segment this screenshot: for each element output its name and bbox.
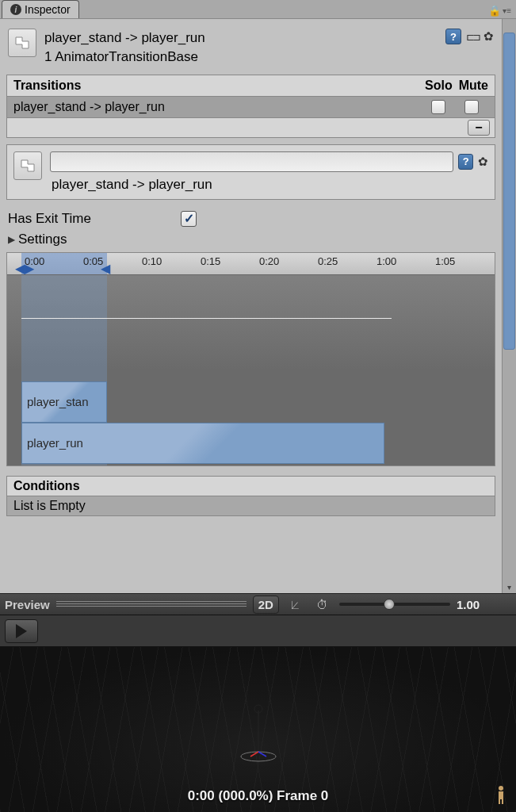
svg-point-0 <box>241 752 276 761</box>
svg-rect-7 <box>499 799 500 804</box>
transition-header: player_stand -> player_run 1 AnimatorTra… <box>6 25 495 75</box>
slider-knob[interactable] <box>384 599 395 610</box>
preview-scrubber[interactable] <box>56 601 247 607</box>
gear-icon-small[interactable]: ✿ <box>478 155 488 169</box>
selected-transition-panel: ? ✿ player_stand -> player_run <box>6 144 495 200</box>
preset-icon[interactable]: ⊏⊐ <box>466 31 479 43</box>
preview-viewport[interactable]: 0:00 (000.0%) Frame 0 <box>0 647 516 812</box>
foldout-arrow-icon: ▶ <box>8 234 15 245</box>
remove-transition-button[interactable]: − <box>468 120 490 136</box>
help-icon-small[interactable]: ? <box>458 154 473 170</box>
conditions-header: Conditions <box>7 477 495 496</box>
vertical-scrollbar[interactable]: ▾ <box>502 19 516 593</box>
inspector-tab[interactable]: i Inspector <box>2 0 79 18</box>
conditions-panel: Conditions List is Empty <box>6 476 495 516</box>
info-icon: i <box>10 4 21 15</box>
transition-name-input[interactable] <box>50 151 453 172</box>
preview-label: Preview <box>5 598 50 611</box>
svg-point-5 <box>499 786 503 791</box>
transition-list-item[interactable]: player_stand -> player_run <box>7 97 495 117</box>
ruler-tick: 0:25 <box>318 255 338 267</box>
ruler-tick: 0:15 <box>201 255 220 267</box>
timeline-ruler[interactable]: ◀▶ ◀ 0:00 0:05 0:10 0:15 0:20 0:25 1:00 … <box>7 253 495 275</box>
has-exit-time-row: Has Exit Time ✓ <box>6 208 495 230</box>
settings-label: Settings <box>18 232 67 247</box>
conditions-empty-label: List is Empty <box>7 496 495 515</box>
transition-type-icon <box>8 29 36 57</box>
destination-clip[interactable]: player_run <box>21 423 384 464</box>
transition-timeline[interactable]: ◀▶ ◀ 0:00 0:05 0:10 0:15 0:20 0:25 1:00 … <box>6 252 495 466</box>
transition-subtitle: 1 AnimatorTransitionBase <box>44 48 438 67</box>
pivot-icon[interactable]: ⟀ <box>285 596 306 612</box>
preview-speed-value: 1.00 <box>457 598 480 611</box>
settings-gear-icon[interactable]: ✿ <box>484 29 494 44</box>
speed-icon[interactable]: ⏱ <box>312 596 333 612</box>
scroll-up-icon[interactable] <box>503 19 516 32</box>
help-icon[interactable]: ? <box>445 29 461 44</box>
svg-rect-6 <box>499 791 503 799</box>
play-icon <box>16 624 27 638</box>
has-exit-time-label: Has Exit Time <box>8 211 174 227</box>
preview-speed-slider[interactable] <box>339 603 450 606</box>
ruler-tick: 1:00 <box>376 255 396 267</box>
mute-column-header: Mute <box>459 79 488 93</box>
transition-item-label: player_stand -> player_run <box>13 100 422 114</box>
ruler-tick: 0:10 <box>142 255 162 267</box>
context-menu-icon[interactable]: ▾≡ <box>503 6 511 15</box>
settings-foldout[interactable]: ▶ Settings <box>6 230 495 249</box>
transition-title: player_stand -> player_run <box>44 29 438 48</box>
transitions-header-label: Transitions <box>13 79 81 93</box>
mute-checkbox[interactable] <box>464 100 479 114</box>
ruler-tick: 1:05 <box>435 255 455 267</box>
transitions-panel: Transitions Solo Mute player_stand -> pl… <box>6 75 495 138</box>
ruler-tick: 0:20 <box>259 255 279 267</box>
scrollbar-thumb[interactable] <box>503 33 515 350</box>
solo-checkbox[interactable] <box>431 100 445 114</box>
timeline-body[interactable]: player_stan player_run <box>7 275 495 465</box>
preview-2d-toggle[interactable]: 2D <box>253 596 279 614</box>
ruler-tick: 0:00 <box>25 255 44 267</box>
avatar-selector-icon[interactable] <box>492 783 510 806</box>
has-exit-time-checkbox[interactable]: ✓ <box>181 211 197 227</box>
tab-bar: i Inspector 🔒 ▾≡ <box>0 0 516 19</box>
selected-transition-label: player_stand -> player_run <box>50 177 488 193</box>
preview-controls <box>0 615 516 647</box>
preview-status: 0:00 (000.0%) Frame 0 <box>188 788 329 812</box>
svg-rect-8 <box>502 799 503 804</box>
source-clip[interactable]: player_stan <box>21 381 107 423</box>
tab-title: Inspector <box>25 3 71 16</box>
preview-toolbar: Preview 2D ⟀ ⏱ 1.00 <box>0 593 516 615</box>
inspector-content: player_stand -> player_run 1 AnimatorTra… <box>0 19 502 593</box>
scroll-down-icon[interactable]: ▾ <box>503 580 516 593</box>
ruler-tick: 0:05 <box>83 255 103 267</box>
solo-column-header: Solo <box>425 79 459 93</box>
transition-type-icon-small <box>13 151 42 180</box>
avatar-gizmo <box>239 703 277 769</box>
play-button[interactable] <box>5 619 38 643</box>
lock-icon[interactable]: 🔒 <box>488 5 501 17</box>
